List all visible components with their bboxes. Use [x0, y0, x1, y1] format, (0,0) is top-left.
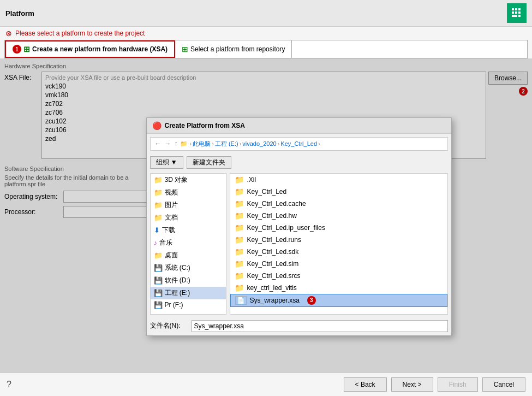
- finish-button[interactable]: Finish: [438, 377, 478, 392]
- status-message: Please select a platform to create the p…: [15, 29, 145, 37]
- svg-rect-6: [518, 11, 521, 14]
- file-item-runs[interactable]: 📁 Key_Ctrl_Led.runs: [230, 234, 447, 246]
- tree-label-3d: 3D 对象: [165, 175, 188, 185]
- svg-rect-8: [518, 15, 521, 17]
- new-folder-button[interactable]: 新建文件夹: [187, 156, 231, 169]
- tree-item-downloads[interactable]: ⬇ 下载: [151, 224, 226, 237]
- tab-create-from-hardware[interactable]: 1 ⊞ Create a new platform from hardware …: [5, 40, 175, 58]
- tab-icon-2: ⊞: [182, 45, 188, 54]
- folder-icon-ip-user-files: 📁: [235, 223, 244, 232]
- create-platform-dialog: 🔴 Create Platform from XSA ← → ↑ 📁 › 此电脑…: [146, 117, 452, 336]
- tree-label-drive-d: 软件 (D:): [165, 276, 190, 285]
- folder-icon-vitis: 📁: [235, 283, 244, 292]
- next-label: Next >: [403, 381, 422, 388]
- tree-label-video: 视频: [165, 188, 178, 197]
- svg-rect-4: [512, 11, 514, 14]
- folder-icon-key-ctrl-led: 📁: [235, 187, 244, 196]
- file-item-hw[interactable]: 📁 Key_Ctrl_Led.hw: [230, 210, 447, 222]
- svg-rect-1: [512, 8, 514, 10]
- tree-item-drive-e[interactable]: 💾 工程 (E:): [151, 287, 226, 299]
- tree-item-drive-d[interactable]: 💾 软件 (D:): [151, 274, 226, 287]
- file-item-vitis[interactable]: 📁 key_ctrl_led_vitis: [230, 282, 447, 294]
- tree-label-docs: 文档: [165, 213, 178, 222]
- svg-rect-7: [512, 15, 517, 17]
- file-name-srcs: Key_Ctrl_Led.srcs: [247, 272, 301, 280]
- breadcrumb-key-ctrl-led[interactable]: Key_Ctrl_Led: [280, 140, 317, 147]
- tree-item-3d[interactable]: 📁 3D 对象: [151, 174, 226, 186]
- file-item-sys-wrapper[interactable]: 📄 Sys_wrapper.xsa 3: [230, 294, 447, 307]
- breadcrumb-folder-icon: 📁: [180, 140, 188, 147]
- file-name-key-ctrl-led: Key_Ctrl_Led: [247, 188, 287, 196]
- tree-label-pictures: 图片: [165, 200, 178, 210]
- tree-item-video[interactable]: 📁 视频: [151, 186, 226, 199]
- title-bar-left: Platform: [5, 9, 34, 17]
- status-bar: ⊗ Please select a platform to create the…: [0, 27, 532, 40]
- next-button[interactable]: Next >: [391, 377, 433, 392]
- organize-button[interactable]: 组织 ▼: [150, 156, 183, 169]
- tab-label-1: Create a new platform from hardware (XSA…: [32, 45, 168, 53]
- folder-icon-hw: 📁: [235, 211, 244, 220]
- window-title: Platform: [5, 9, 34, 17]
- folder-icon-runs: 📁: [235, 235, 244, 244]
- help-icon[interactable]: ?: [7, 380, 11, 389]
- file-item-xil[interactable]: 📁 .Xil: [230, 174, 447, 186]
- back-label: < Back: [355, 381, 375, 388]
- file-item-sim[interactable]: 📁 Key_Ctrl_Led.sim: [230, 258, 447, 270]
- tree-label-downloads: 下载: [162, 226, 175, 235]
- file-name-hw: Key_Ctrl_Led.hw: [247, 212, 297, 220]
- file-item-sdk[interactable]: 📁 Key_Ctrl_Led.sdk: [230, 246, 447, 258]
- cancel-label: Cancel: [494, 381, 514, 388]
- finish-label: Finish: [449, 381, 467, 388]
- tree-label-music: 音乐: [159, 238, 172, 247]
- nav-back-arrow[interactable]: ←: [154, 140, 163, 147]
- dialog-overlay: 🔴 Create Platform from XSA ← → ↑ 📁 › 此电脑…: [0, 58, 532, 373]
- file-name-sim: Key_Ctrl_Led.sim: [247, 260, 299, 268]
- bottom-bar: ? < Back Next > Finish Cancel: [0, 373, 532, 396]
- folder-icon-docs: 📁: [154, 214, 163, 222]
- file-item-cache[interactable]: 📁 Key_Ctrl_Led.cache: [230, 198, 447, 210]
- folder-icon-pictures: 📁: [154, 201, 163, 209]
- file-item-srcs[interactable]: 📁 Key_Ctrl_Led.srcs: [230, 270, 447, 282]
- svg-rect-3: [518, 8, 521, 10]
- breadcrumb-drive-e[interactable]: 工程 (E:): [215, 140, 238, 148]
- dialog-title: Create Platform from XSA: [165, 122, 245, 129]
- app-logo: [507, 3, 527, 23]
- filename-input[interactable]: [192, 320, 448, 332]
- tree-item-desktop[interactable]: 📁 桌面: [151, 249, 226, 262]
- error-icon: ⊗: [5, 29, 12, 38]
- file-item-key-ctrl-led[interactable]: 📁 Key_Ctrl_Led: [230, 186, 447, 198]
- dialog-title-bar: 🔴 Create Platform from XSA: [147, 118, 451, 134]
- breadcrumb-sep-0: ›: [190, 140, 192, 147]
- file-panel[interactable]: 📁 .Xil 📁 Key_Ctrl_Led 📁 Key_Ctrl_Led.cac…: [230, 173, 448, 315]
- tree-item-docs[interactable]: 📁 文档: [151, 211, 226, 224]
- breadcrumb-sep-4: ›: [318, 140, 320, 147]
- badge-3: 3: [307, 296, 316, 305]
- tree-item-drive-f[interactable]: 💾 Pr (F:): [151, 299, 226, 311]
- tree-item-drive-c[interactable]: 💾 系统 (C:): [151, 262, 226, 274]
- file-name-ip-user-files: Key_Ctrl_Led.ip_user_files: [247, 224, 325, 232]
- nav-up-arrow[interactable]: ↑: [174, 140, 179, 147]
- back-button[interactable]: < Back: [344, 377, 387, 392]
- tree-item-pictures[interactable]: 📁 图片: [151, 199, 226, 211]
- file-name-sdk: Key_Ctrl_Led.sdk: [247, 248, 299, 256]
- nav-forward-arrow[interactable]: →: [164, 140, 172, 147]
- breadcrumb-vivado[interactable]: vivado_2020: [242, 140, 276, 147]
- file-item-ip-user-files[interactable]: 📁 Key_Ctrl_Led.ip_user_files: [230, 222, 447, 234]
- tree-label-drive-f: Pr (F:): [165, 301, 183, 309]
- breadcrumb-this-pc[interactable]: 此电脑: [193, 140, 211, 148]
- folder-icon-sim: 📁: [235, 259, 244, 268]
- breadcrumb-sep-1: ›: [212, 140, 214, 147]
- folder-icon-desktop: 📁: [154, 251, 163, 259]
- tree-label-drive-e: 工程 (E:): [165, 288, 190, 298]
- main-window: Platform ⊗ Please select a platform to c…: [0, 0, 532, 396]
- tab-select-from-repo[interactable]: ⊞ Select a platform from repository: [175, 40, 292, 58]
- tree-item-music[interactable]: ♪ 音乐: [151, 237, 226, 249]
- tree-panel[interactable]: 📁 3D 对象 📁 视频 📁 图片 📁: [150, 173, 226, 315]
- cancel-button[interactable]: Cancel: [482, 377, 525, 392]
- svg-rect-2: [515, 8, 517, 10]
- content-area: Hardware Specification XSA File: Provide…: [0, 58, 532, 373]
- filename-label: 文件名(N):: [150, 321, 188, 330]
- file-name-cache: Key_Ctrl_Led.cache: [247, 200, 306, 208]
- file-name-xil: .Xil: [247, 176, 256, 184]
- tab-label-2: Select a platform from repository: [190, 45, 285, 53]
